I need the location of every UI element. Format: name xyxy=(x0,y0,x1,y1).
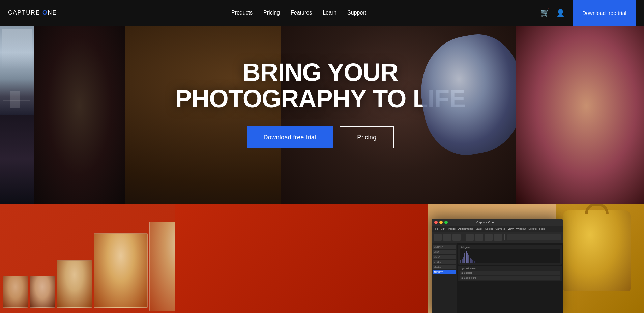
software-window: Capture One File Edit Image Adjustments … xyxy=(432,219,563,313)
sw-title: Capture One xyxy=(476,221,494,224)
sw-tab-select[interactable]: SELECT xyxy=(433,265,456,269)
nav-download-button[interactable]: Download free trial xyxy=(573,0,636,26)
thumb-2 xyxy=(30,276,55,308)
close-dot[interactable] xyxy=(434,221,438,224)
menu-select[interactable]: Select xyxy=(485,227,493,230)
logo[interactable]: CAPTURE ONE xyxy=(8,9,57,16)
menu-scripts[interactable]: Scripts xyxy=(528,227,536,230)
maximize-dot[interactable] xyxy=(444,221,448,224)
bottom-section: Capture One File Edit Image Adjustments … xyxy=(0,204,644,313)
sw-tab-crop[interactable]: CROP xyxy=(433,250,456,254)
sw-body: LIBRARY CROP META STYLE SELECT ADJUST Hi… xyxy=(432,243,563,313)
hero-pricing-button[interactable]: Pricing xyxy=(340,126,394,148)
sw-histogram-panel: Histogram xyxy=(458,245,562,265)
sw-sidebar: LIBRARY CROP META STYLE SELECT ADJUST xyxy=(432,243,457,313)
thumb-1 xyxy=(3,276,28,308)
sw-layer-subject[interactable]: ◉ Subject xyxy=(460,271,560,275)
nav-learn[interactable]: Learn xyxy=(323,10,336,16)
bag-area xyxy=(556,204,644,313)
nav-products[interactable]: Products xyxy=(231,10,253,16)
sw-layers-panel: Layers & Masks ◉ Subject ◉ Background xyxy=(458,266,562,281)
sw-titlebar: Capture One xyxy=(432,219,563,226)
hero-col2 xyxy=(34,26,125,204)
navbar: CAPTURE ONE Products Pricing Features Le… xyxy=(0,0,644,26)
thumb-4 xyxy=(94,233,148,308)
sw-layers-label: Layers & Masks xyxy=(460,267,560,269)
nav-features[interactable]: Features xyxy=(291,10,312,16)
sw-tab-library[interactable]: LIBRARY xyxy=(433,245,456,249)
sw-menubar: File Edit Image Adjustments Layer Select… xyxy=(432,226,563,232)
cart-icon[interactable]: 🛒 xyxy=(540,8,550,17)
sw-panel: Histogram xyxy=(457,243,563,313)
nav-support[interactable]: Support xyxy=(347,10,366,16)
sw-tab-meta[interactable]: META xyxy=(433,255,456,259)
nav-pricing[interactable]: Pricing xyxy=(263,10,280,16)
hero-col1 xyxy=(0,26,34,204)
thumb-3 xyxy=(57,260,92,308)
menu-layer[interactable]: Layer xyxy=(476,227,482,230)
minimize-dot[interactable] xyxy=(439,221,443,224)
menu-help[interactable]: Help xyxy=(539,227,545,230)
menu-file[interactable]: File xyxy=(434,227,438,230)
menu-edit[interactable]: Edit xyxy=(441,227,445,230)
menu-camera[interactable]: Camera xyxy=(495,227,505,230)
sw-layer-background[interactable]: ◉ Background xyxy=(460,276,560,280)
menu-adj[interactable]: Adjustments xyxy=(458,227,473,230)
hero-photo-mountain xyxy=(0,26,34,115)
hero-section: BRING YOUR PHOTOGRAPHY TO LIFE Download … xyxy=(0,26,644,204)
hero-photo-dark-portrait xyxy=(0,115,34,204)
menu-window[interactable]: Window xyxy=(516,227,526,230)
bottom-center xyxy=(175,204,428,313)
logo-text: CAPTURE ONE xyxy=(8,9,57,16)
hero-center-panel: BRING YOUR PHOTOGRAPHY TO LIFE Download … xyxy=(125,26,516,204)
sw-histogram-label: Histogram xyxy=(460,246,560,248)
account-icon[interactable]: 👤 xyxy=(556,9,565,17)
hero-right-face xyxy=(516,26,644,204)
nav-links: Products Pricing Features Learn Support xyxy=(231,10,366,16)
sw-toolbar xyxy=(432,232,563,243)
sw-histogram-chart xyxy=(460,249,560,263)
menu-view[interactable]: View xyxy=(508,227,514,230)
bottom-right: Capture One File Edit Image Adjustments … xyxy=(428,204,644,313)
hero-download-button[interactable]: Download free trial xyxy=(247,126,333,148)
thumbnail-strip xyxy=(0,204,175,313)
hero-left-photos xyxy=(0,26,125,204)
nav-right-group: 🛒 👤 Download free trial xyxy=(540,0,636,26)
sw-tab-adjust[interactable]: ADJUST xyxy=(433,270,456,274)
sw-tab-style[interactable]: STYLE xyxy=(433,260,456,264)
menu-image[interactable]: Image xyxy=(448,227,456,230)
